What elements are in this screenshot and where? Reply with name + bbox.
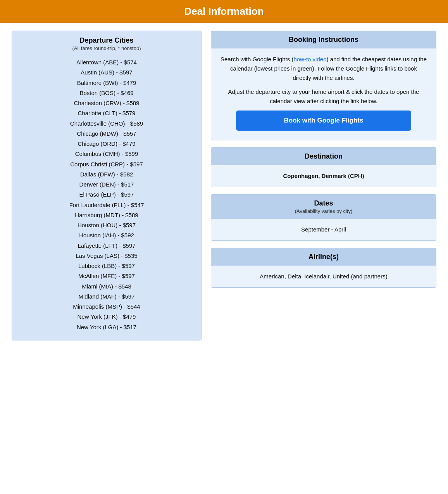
destination-title: Destination xyxy=(217,152,430,161)
airlines-title: Airline(s) xyxy=(217,253,430,261)
departure-cities-title: Departure Cities xyxy=(20,36,193,45)
list-item: Chicago (ORD) - $479 xyxy=(20,139,193,149)
list-item: Fort Lauderdale (FLL) - $547 xyxy=(20,200,193,210)
list-item: Dallas (DFW) - $582 xyxy=(20,169,193,180)
list-item: Corpus Christi (CRP) - $597 xyxy=(20,159,193,169)
list-item: El Paso (ELP) - $597 xyxy=(20,190,193,200)
list-item: Lafayette (LFT) - $597 xyxy=(20,241,193,251)
list-item: Lubbock (LBB) - $597 xyxy=(20,261,193,271)
airlines-box: Airline(s) American, Delta, Icelandair, … xyxy=(211,248,436,288)
city-list: Allentown (ABE) - $574Austin (AUS) - $59… xyxy=(20,57,193,332)
booking-instructions-header: Booking Instructions xyxy=(211,31,436,48)
destination-value: Copenhagen, Denmark (CPH) xyxy=(221,171,427,181)
dates-title: Dates xyxy=(217,199,430,207)
dates-value: September - April xyxy=(221,225,427,234)
page-wrapper: Deal Information Departure Cities (All f… xyxy=(0,0,448,348)
left-column: Departure Cities (All fares round-trip, … xyxy=(12,31,202,340)
list-item: Baltimore (BWI) - $479 xyxy=(20,78,193,88)
list-item: Chicago (MDW) - $557 xyxy=(20,129,193,139)
airlines-body: American, Delta, Icelandair, United (and… xyxy=(211,266,436,287)
destination-box: Destination Copenhagen, Denmark (CPH) xyxy=(211,147,436,187)
booking-instructions-box: Booking Instructions Search with Google … xyxy=(211,31,436,140)
list-item: Houston (HOU) - $597 xyxy=(20,220,193,230)
departure-cities-subtitle: (All fares round-trip, * nonstop) xyxy=(20,45,193,51)
how-to-video-link[interactable]: how-to video xyxy=(293,56,326,62)
dates-header: Dates (Availability varies by city) xyxy=(211,195,436,219)
list-item: Charleston (CRW) - $589 xyxy=(20,98,193,108)
list-item: Midland (MAF) - $597 xyxy=(20,292,193,302)
booking-instructions-body: Search with Google Flights (how-to video… xyxy=(211,48,436,140)
list-item: Miami (MIA) - $548 xyxy=(20,282,193,292)
list-item: McAllen (MFE) - $597 xyxy=(20,271,193,281)
booking-instructions-title: Booking Instructions xyxy=(217,36,430,44)
list-item: Minneapolis (MSP) - $544 xyxy=(20,302,193,312)
destination-header: Destination xyxy=(211,148,436,165)
departure-cities-box: Departure Cities (All fares round-trip, … xyxy=(12,31,202,340)
list-item: Columbus (CMH) - $599 xyxy=(20,149,193,159)
list-item: Charlotte (CLT) - $579 xyxy=(20,108,193,118)
list-item: Houston (IAH) - $592 xyxy=(20,230,193,240)
dates-box: Dates (Availability varies by city) Sept… xyxy=(211,194,436,241)
booking-instructions-paragraph1: Search with Google Flights (how-to video… xyxy=(221,55,427,83)
right-column: Booking Instructions Search with Google … xyxy=(211,31,436,340)
booking-instructions-paragraph2: Adjust the departure city to your home a… xyxy=(221,87,427,106)
dates-body: September - April xyxy=(211,219,436,240)
list-item: Austin (AUS) - $597 xyxy=(20,67,193,78)
airlines-value: American, Delta, Icelandair, United (and… xyxy=(221,272,427,281)
page-header: Deal Information xyxy=(0,0,448,23)
page-title: Deal Information xyxy=(8,5,440,17)
booking-instructions-text-pre: Search with Google Flights ( xyxy=(221,56,293,62)
content-area: Departure Cities (All fares round-trip, … xyxy=(0,23,448,348)
airlines-header: Airline(s) xyxy=(211,248,436,266)
list-item: New York (LGA) - $517 xyxy=(20,322,193,332)
list-item: Harrisburg (MDT) - $589 xyxy=(20,210,193,220)
list-item: Boston (BOS) - $469 xyxy=(20,88,193,98)
list-item: New York (JFK) - $479 xyxy=(20,312,193,322)
destination-body: Copenhagen, Denmark (CPH) xyxy=(211,165,436,187)
list-item: Charlottesville (CHO) - $589 xyxy=(20,119,193,129)
list-item: Denver (DEN) - $517 xyxy=(20,180,193,190)
list-item: Allentown (ABE) - $574 xyxy=(20,57,193,67)
book-with-google-flights-button[interactable]: Book with Google Flights xyxy=(236,111,411,131)
dates-sub-label: (Availability varies by city) xyxy=(217,208,430,214)
list-item: Las Vegas (LAS) - $535 xyxy=(20,251,193,261)
